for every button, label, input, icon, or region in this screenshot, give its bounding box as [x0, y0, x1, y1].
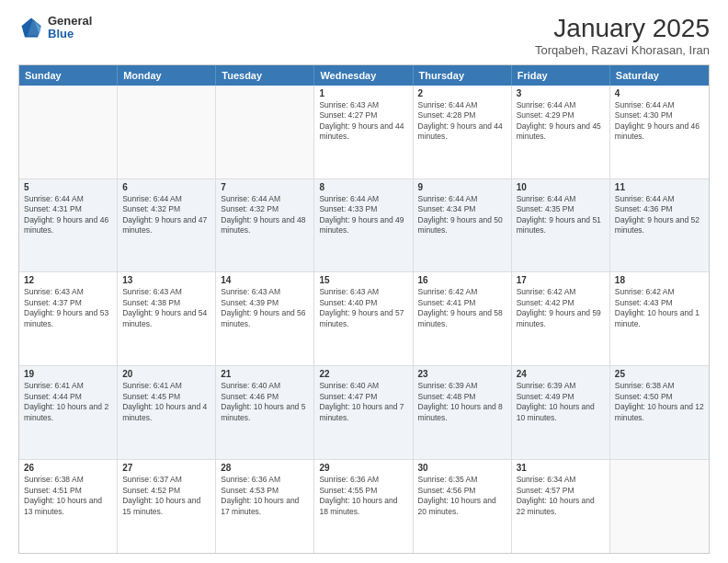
calendar-cell: 12Sunrise: 6:43 AM Sunset: 4:37 PM Dayli…: [19, 272, 118, 365]
day-number: 8: [319, 182, 407, 192]
cell-detail: Sunrise: 6:39 AM Sunset: 4:48 PM Dayligh…: [418, 381, 506, 423]
calendar-cell: 11Sunrise: 6:44 AM Sunset: 4:36 PM Dayli…: [610, 179, 709, 272]
calendar-cell: 17Sunrise: 6:42 AM Sunset: 4:42 PM Dayli…: [512, 272, 610, 365]
day-header-thursday: Thursday: [414, 65, 512, 86]
day-number: 23: [418, 369, 506, 379]
calendar-cell: 29Sunrise: 6:36 AM Sunset: 4:55 PM Dayli…: [314, 460, 413, 553]
calendar-cell: 3Sunrise: 6:44 AM Sunset: 4:29 PM Daylig…: [512, 86, 610, 178]
calendar-body: 1Sunrise: 6:43 AM Sunset: 4:27 PM Daylig…: [19, 86, 709, 553]
cell-detail: Sunrise: 6:43 AM Sunset: 4:39 PM Dayligh…: [221, 287, 309, 329]
calendar-cell: 18Sunrise: 6:42 AM Sunset: 4:43 PM Dayli…: [610, 272, 709, 365]
calendar-row: 1Sunrise: 6:43 AM Sunset: 4:27 PM Daylig…: [19, 86, 709, 178]
cell-detail: Sunrise: 6:43 AM Sunset: 4:37 PM Dayligh…: [24, 287, 112, 329]
day-number: 7: [221, 182, 309, 192]
cell-detail: Sunrise: 6:40 AM Sunset: 4:47 PM Dayligh…: [319, 381, 407, 423]
day-header-saturday: Saturday: [610, 65, 709, 86]
cell-detail: Sunrise: 6:39 AM Sunset: 4:49 PM Dayligh…: [517, 381, 605, 423]
cell-detail: Sunrise: 6:41 AM Sunset: 4:44 PM Dayligh…: [24, 381, 112, 423]
day-number: 14: [221, 275, 309, 285]
cell-detail: Sunrise: 6:43 AM Sunset: 4:38 PM Dayligh…: [122, 287, 210, 329]
calendar-cell: 28Sunrise: 6:36 AM Sunset: 4:53 PM Dayli…: [216, 460, 314, 553]
logo-text: General Blue: [48, 15, 92, 41]
day-number: 10: [517, 182, 605, 192]
calendar-row: 26Sunrise: 6:38 AM Sunset: 4:51 PM Dayli…: [19, 459, 709, 553]
calendar-cell: 25Sunrise: 6:38 AM Sunset: 4:50 PM Dayli…: [610, 366, 709, 459]
calendar-cell: 6Sunrise: 6:44 AM Sunset: 4:32 PM Daylig…: [118, 179, 216, 272]
day-number: 12: [24, 275, 112, 285]
calendar-cell: 13Sunrise: 6:43 AM Sunset: 4:38 PM Dayli…: [118, 272, 216, 365]
calendar-cell: 26Sunrise: 6:38 AM Sunset: 4:51 PM Dayli…: [19, 460, 118, 553]
page-subtitle: Torqabeh, Razavi Khorasan, Iran: [535, 43, 710, 57]
calendar-cell: 9Sunrise: 6:44 AM Sunset: 4:34 PM Daylig…: [414, 179, 512, 272]
title-block: January 2025 Torqabeh, Razavi Khorasan, …: [535, 15, 710, 57]
cell-detail: Sunrise: 6:36 AM Sunset: 4:53 PM Dayligh…: [221, 475, 309, 517]
page: General Blue January 2025 Torqabeh, Raza…: [0, 0, 728, 563]
calendar-cell: 24Sunrise: 6:39 AM Sunset: 4:49 PM Dayli…: [512, 366, 610, 459]
calendar-cell: 10Sunrise: 6:44 AM Sunset: 4:35 PM Dayli…: [512, 179, 610, 272]
cell-detail: Sunrise: 6:44 AM Sunset: 4:34 PM Dayligh…: [418, 194, 506, 236]
calendar-row: 12Sunrise: 6:43 AM Sunset: 4:37 PM Dayli…: [19, 271, 709, 365]
day-number: 26: [24, 463, 112, 473]
cell-detail: Sunrise: 6:36 AM Sunset: 4:55 PM Dayligh…: [319, 475, 407, 517]
day-number: 4: [615, 88, 704, 98]
day-number: 16: [418, 275, 506, 285]
day-number: 17: [517, 275, 605, 285]
calendar-cell: [118, 86, 216, 178]
day-number: 6: [122, 182, 210, 192]
cell-detail: Sunrise: 6:38 AM Sunset: 4:51 PM Dayligh…: [24, 475, 112, 517]
day-number: 25: [615, 369, 704, 379]
calendar-cell: 31Sunrise: 6:34 AM Sunset: 4:57 PM Dayli…: [512, 460, 610, 553]
day-number: 1: [319, 88, 407, 98]
day-number: 30: [418, 463, 506, 473]
logo-icon: [18, 15, 44, 40]
calendar-cell: 19Sunrise: 6:41 AM Sunset: 4:44 PM Dayli…: [19, 366, 118, 459]
day-number: 28: [221, 463, 309, 473]
cell-detail: Sunrise: 6:44 AM Sunset: 4:29 PM Dayligh…: [517, 100, 605, 143]
calendar-cell: 8Sunrise: 6:44 AM Sunset: 4:33 PM Daylig…: [314, 179, 413, 272]
calendar: SundayMondayTuesdayWednesdayThursdayFrid…: [18, 64, 710, 554]
calendar-cell: [610, 460, 709, 553]
day-number: 22: [319, 369, 407, 379]
day-number: 5: [24, 182, 112, 192]
page-title: January 2025: [535, 15, 710, 43]
cell-detail: Sunrise: 6:44 AM Sunset: 4:32 PM Dayligh…: [122, 194, 210, 236]
cell-detail: Sunrise: 6:43 AM Sunset: 4:27 PM Dayligh…: [319, 100, 407, 143]
cell-detail: Sunrise: 6:42 AM Sunset: 4:43 PM Dayligh…: [615, 287, 704, 329]
cell-detail: Sunrise: 6:34 AM Sunset: 4:57 PM Dayligh…: [517, 475, 605, 517]
cell-detail: Sunrise: 6:35 AM Sunset: 4:56 PM Dayligh…: [418, 475, 506, 517]
cell-detail: Sunrise: 6:40 AM Sunset: 4:46 PM Dayligh…: [221, 381, 309, 423]
cell-detail: Sunrise: 6:42 AM Sunset: 4:42 PM Dayligh…: [517, 287, 605, 329]
calendar-cell: 5Sunrise: 6:44 AM Sunset: 4:31 PM Daylig…: [19, 179, 118, 272]
day-number: 31: [517, 463, 605, 473]
calendar-row: 19Sunrise: 6:41 AM Sunset: 4:44 PM Dayli…: [19, 365, 709, 459]
cell-detail: Sunrise: 6:44 AM Sunset: 4:31 PM Dayligh…: [24, 194, 112, 236]
day-header-wednesday: Wednesday: [314, 65, 413, 86]
calendar-cell: 16Sunrise: 6:42 AM Sunset: 4:41 PM Dayli…: [414, 272, 512, 365]
calendar-header: SundayMondayTuesdayWednesdayThursdayFrid…: [19, 65, 709, 86]
cell-detail: Sunrise: 6:44 AM Sunset: 4:30 PM Dayligh…: [615, 100, 704, 143]
day-number: 3: [517, 88, 605, 98]
day-header-tuesday: Tuesday: [216, 65, 314, 86]
cell-detail: Sunrise: 6:38 AM Sunset: 4:50 PM Dayligh…: [615, 381, 704, 423]
cell-detail: Sunrise: 6:44 AM Sunset: 4:28 PM Dayligh…: [418, 100, 506, 143]
cell-detail: Sunrise: 6:44 AM Sunset: 4:36 PM Dayligh…: [615, 194, 704, 236]
day-number: 27: [122, 463, 210, 473]
day-number: 9: [418, 182, 506, 192]
cell-detail: Sunrise: 6:44 AM Sunset: 4:32 PM Dayligh…: [221, 194, 309, 236]
logo-general-label: General: [48, 15, 92, 28]
cell-detail: Sunrise: 6:44 AM Sunset: 4:35 PM Dayligh…: [517, 194, 605, 236]
header: General Blue January 2025 Torqabeh, Raza…: [18, 15, 710, 57]
calendar-cell: 15Sunrise: 6:43 AM Sunset: 4:40 PM Dayli…: [314, 272, 413, 365]
calendar-cell: 30Sunrise: 6:35 AM Sunset: 4:56 PM Dayli…: [414, 460, 512, 553]
day-number: 20: [122, 369, 210, 379]
calendar-cell: 20Sunrise: 6:41 AM Sunset: 4:45 PM Dayli…: [118, 366, 216, 459]
cell-detail: Sunrise: 6:44 AM Sunset: 4:33 PM Dayligh…: [319, 194, 407, 236]
day-number: 11: [615, 182, 704, 192]
day-number: 13: [122, 275, 210, 285]
day-number: 21: [221, 369, 309, 379]
cell-detail: Sunrise: 6:43 AM Sunset: 4:40 PM Dayligh…: [319, 287, 407, 329]
calendar-row: 5Sunrise: 6:44 AM Sunset: 4:31 PM Daylig…: [19, 178, 709, 272]
calendar-cell: 22Sunrise: 6:40 AM Sunset: 4:47 PM Dayli…: [314, 366, 413, 459]
calendar-cell: 2Sunrise: 6:44 AM Sunset: 4:28 PM Daylig…: [414, 86, 512, 178]
day-header-sunday: Sunday: [19, 65, 118, 86]
